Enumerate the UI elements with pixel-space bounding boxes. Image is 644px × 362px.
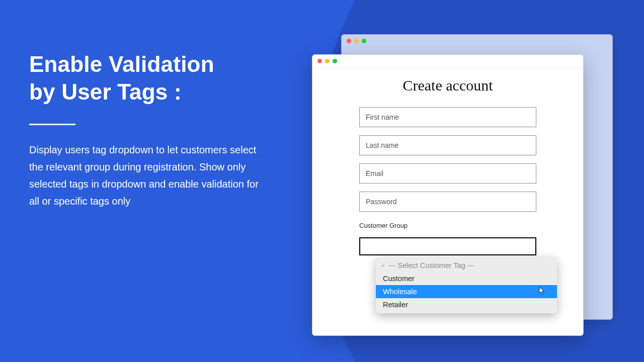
promo-heading-line1: Enable Validation <box>29 52 214 76</box>
window-chrome <box>312 55 583 68</box>
first-name-field[interactable]: First name <box>359 107 536 127</box>
traffic-light-close-icon[interactable] <box>317 59 322 63</box>
traffic-light-max-icon <box>362 39 366 43</box>
cursor-icon <box>539 287 546 297</box>
email-field[interactable]: Email <box>359 163 536 184</box>
promo-heading-line2: by User Tags : <box>29 79 182 104</box>
dropdown-placeholder-label: --- Select Customer Tag --- <box>388 261 474 269</box>
page-title: Create account <box>312 77 583 94</box>
divider <box>29 124 75 125</box>
traffic-light-min-icon[interactable] <box>325 59 330 63</box>
password-field[interactable]: Password <box>359 192 536 212</box>
promo-text: Enable Validation by User Tags : Display… <box>29 50 266 210</box>
check-icon: ✓ <box>381 262 385 269</box>
traffic-light-close-icon <box>347 39 351 43</box>
dropdown-placeholder-option[interactable]: ✓ --- Select Customer Tag --- <box>376 259 557 272</box>
email-placeholder: Email <box>366 169 383 177</box>
window-chrome-back <box>342 35 612 47</box>
customer-group-select[interactable] <box>359 237 536 255</box>
dropdown-option-label: Wholesale <box>383 288 417 296</box>
first-name-placeholder: First name <box>366 113 399 121</box>
dropdown-option-customer[interactable]: Customer <box>376 272 557 285</box>
customer-tag-dropdown[interactable]: ✓ --- Select Customer Tag --- Customer W… <box>376 257 557 313</box>
last-name-placeholder: Last name <box>366 141 398 149</box>
window-content: Create account First name Last name Emai… <box>312 68 583 335</box>
last-name-field[interactable]: Last name <box>359 135 536 155</box>
dropdown-option-wholesale[interactable]: Wholesale <box>376 285 557 298</box>
dropdown-option-label: Retailer <box>383 301 408 309</box>
traffic-light-min-icon <box>354 39 359 43</box>
password-placeholder: Password <box>366 198 396 206</box>
promo-body: Display users tag dropdown to let custom… <box>29 141 266 210</box>
dropdown-option-label: Customer <box>383 275 415 283</box>
promo-heading: Enable Validation by User Tags : <box>29 50 266 106</box>
dropdown-option-retailer[interactable]: Retailer <box>376 298 557 311</box>
customer-group-label: Customer Group <box>359 222 536 229</box>
app-window: Create account First name Last name Emai… <box>312 54 584 336</box>
traffic-light-max-icon[interactable] <box>333 59 337 63</box>
